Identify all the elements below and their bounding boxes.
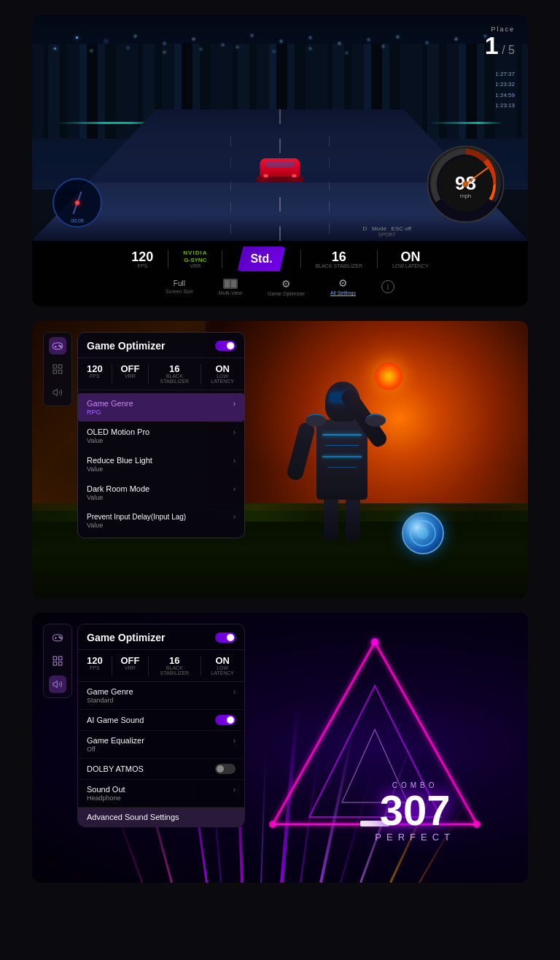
opt-toggle-3[interactable]	[215, 632, 236, 643]
panel-sound-settings: COMBO 307 PERFECT Game Optimizer 120	[32, 613, 528, 883]
svg-marker-33	[53, 681, 57, 687]
sidebar-icon-gamepad[interactable]	[49, 337, 66, 355]
hud-black-stab: 16 Black Stabilizer	[316, 250, 362, 268]
opt-stats-2: 120 FPS OFF VRR 16 Black Stabilizer ON L…	[78, 358, 244, 390]
opt3-item-game-genre[interactable]: Game Genre › Standard	[78, 682, 244, 710]
svg-rect-14	[58, 370, 62, 373]
menu-item-game-genre[interactable]: Game Genre › RPG	[78, 393, 244, 422]
opt3-stat-fps: 120 FPS	[87, 656, 103, 676]
hud-actions-row: Full Screen Size Multi-View ⚙ Game Optim…	[32, 274, 528, 299]
player-car	[260, 158, 300, 179]
hud-mode-badge: Std.	[237, 247, 285, 271]
opt3-stat-latency: ON Low Latency	[209, 656, 236, 676]
action-multiview[interactable]: Multi-View	[219, 279, 242, 295]
optimizer-panel-3: Game Optimizer 120 FPS OFF VRR 16 Black …	[77, 624, 245, 827]
optimizer-sidebar-2	[43, 332, 72, 406]
svg-marker-15	[53, 389, 57, 395]
sidebar-icon-gamepad-3[interactable]	[49, 629, 66, 646]
svg-point-10	[61, 346, 62, 347]
opt3-stat-black-stab: 16 Black Stabilizer	[158, 656, 191, 676]
opt-stat-vrr: OFF VRR	[120, 364, 139, 384]
sidebar-icon-speaker-3[interactable]	[49, 676, 66, 693]
action-game-optimizer[interactable]: ⚙ Game Optimizer	[268, 278, 305, 296]
opt3-item-sound-out[interactable]: Sound Out › Headphone	[78, 780, 244, 808]
hud-stats-row: 120 FPS NVIDIA G-SYNC VRR Std. 16 Black …	[32, 241, 528, 274]
menu-item-reduce-blue-light[interactable]: Reduce Blue Light › Value	[78, 450, 244, 479]
menu-item-dark-room[interactable]: Dark Room Mode › Value	[78, 479, 244, 507]
svg-rect-29	[53, 657, 57, 660]
action-all-settings[interactable]: ⚙ All Settings	[330, 277, 356, 296]
opt3-item-ai-sound[interactable]: AI Game Sound	[78, 710, 244, 731]
action-full[interactable]: Full Screen Size	[166, 279, 193, 294]
opt-header-2: Game Optimizer	[78, 333, 244, 358]
dashboard-info: D Mode ESC off SPORT	[362, 225, 411, 237]
toggle-ai-sound[interactable]	[215, 715, 236, 725]
opt-menu-2: Game Genre › RPG OLED Motion Pro › Value…	[78, 390, 244, 538]
character-warrior	[295, 365, 397, 540]
svg-text:mph: mph	[460, 193, 472, 199]
fire-orb	[375, 363, 402, 390]
svg-rect-31	[53, 662, 57, 665]
hud-fps: 120 FPS	[131, 250, 153, 268]
panel-racing-game: 98 mph 00:09 Place 1 / 5	[32, 15, 528, 306]
opt-stat-black-stab: 16 Black Stabilizer	[158, 364, 191, 384]
optimizer-panel-2: Game Optimizer 120 FPS OFF VRR 16 Black …	[77, 332, 245, 538]
svg-point-28	[61, 638, 62, 639]
pos-slash: /	[502, 44, 505, 56]
opt3-menu: Game Genre › Standard AI Game Sound Game…	[78, 682, 244, 827]
lap-times: 1:27:37 1:23:32 1:24:59 1:23:13	[495, 69, 515, 112]
hud-vrr: NVIDIA G-SYNC VRR	[183, 249, 207, 268]
sidebar-icon-grid[interactable]	[49, 360, 66, 378]
svg-rect-30	[58, 657, 62, 660]
race-position: Place 1 / 5	[485, 26, 515, 58]
opt3-item-advanced-sound[interactable]: Advanced Sound Settings	[78, 808, 244, 827]
panel-game-optimizer-visual: Game Optimizer 120 FPS OFF VRR 16 Black …	[32, 321, 528, 598]
speedometer: 98 mph	[424, 142, 508, 226]
svg-point-19	[371, 638, 378, 646]
opt-header-3: Game Optimizer	[78, 624, 244, 650]
svg-point-5	[463, 182, 469, 187]
menu-item-input-delay[interactable]: Prevent Input Delay(Input Lag) › Value	[78, 507, 244, 535]
score-display: COMBO 307 PERFECT	[375, 781, 455, 843]
menu-item-oled-motion[interactable]: OLED Motion Pro › Value	[78, 422, 244, 450]
svg-rect-32	[58, 662, 62, 665]
pos-number: 1	[485, 31, 499, 59]
pos-total: 5	[508, 44, 515, 56]
robot-ball	[402, 512, 444, 554]
hud-bar: 120 FPS NVIDIA G-SYNC VRR Std. 16 Black …	[32, 241, 528, 306]
hud-low-latency: ON Low Latency	[392, 250, 429, 268]
racing-scene: 98 mph 00:09 Place 1 / 5	[32, 15, 528, 306]
svg-rect-13	[53, 370, 57, 373]
action-info[interactable]: i	[381, 280, 394, 293]
optimizer-sidebar-3	[43, 624, 72, 698]
opt3-stat-vrr: OFF VRR	[120, 656, 139, 676]
svg-rect-11	[53, 365, 57, 368]
toggle-dolby[interactable]	[215, 764, 236, 774]
opt-stat-fps: 120 FPS	[87, 364, 103, 384]
sidebar-icon-grid-3[interactable]	[49, 652, 66, 670]
opt-toggle-2[interactable]	[215, 341, 236, 351]
sidebar-icon-speaker[interactable]	[49, 384, 66, 401]
opt3-item-equalizer[interactable]: Game Equalizer › Off	[78, 731, 244, 759]
opt-stats-3: 120 FPS OFF VRR 16 Black Stabilizer ON L…	[78, 650, 244, 682]
opt-stat-latency: ON Low Latency	[209, 364, 236, 384]
opt3-item-dolby[interactable]: DOLBY ATMOS	[78, 759, 244, 780]
minimap: 00:09	[52, 178, 102, 228]
svg-rect-12	[58, 365, 62, 368]
